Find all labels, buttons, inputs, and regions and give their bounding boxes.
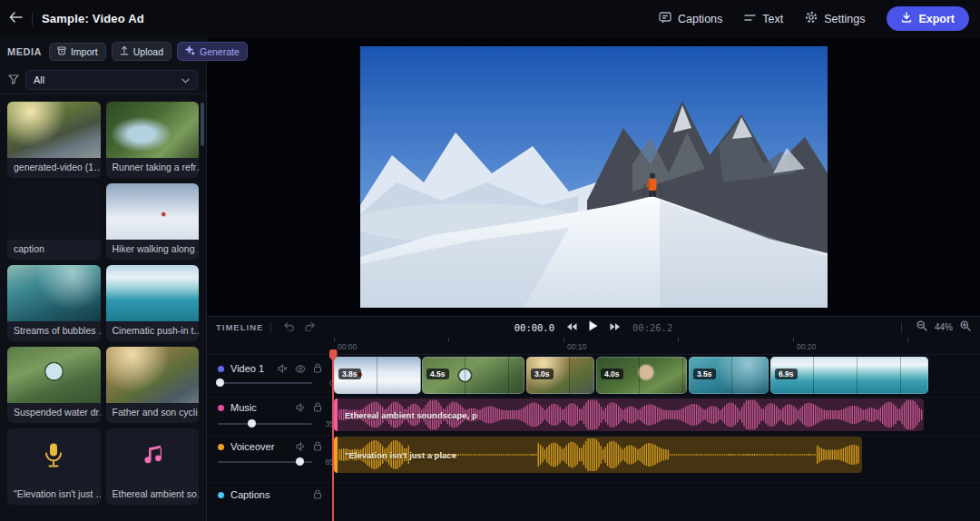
redo-button[interactable] [299,320,320,334]
slider-track[interactable] [218,461,312,463]
playhead[interactable] [332,350,334,521]
settings-button[interactable]: Settings [805,11,865,26]
transport-controls: 00:00.0 [207,317,980,338]
divider [270,322,271,333]
media-thumbnail [7,428,101,485]
media-label: Hiker walking along … [106,240,200,260]
clip-duration: 6.9s [775,369,798,379]
media-label: generated-video (1… [7,158,101,178]
lock-icon[interactable] [313,487,322,503]
timeline-title: TIMELINE [216,322,263,332]
mute-icon[interactable] [278,360,288,377]
media-label: Cinematic push-in t… [106,321,200,341]
media-card[interactable]: generated-video (1… [7,102,101,178]
video-clip[interactable]: 6.9s [770,357,928,394]
clip-duration: 4.5s [426,369,449,379]
music-clip[interactable]: Ethereal ambient soundscape, p [334,398,924,431]
track-color-dot [218,405,224,411]
microphone-icon [44,442,64,471]
current-time: 00:00.0 [514,322,554,333]
ruler-tick [793,338,794,341]
zoom-out-button[interactable] [916,320,927,334]
lock-icon[interactable] [313,438,322,455]
media-thumbnail [7,183,101,240]
export-button[interactable]: Export [887,6,969,31]
volume-slider-music[interactable]: 35 [207,418,334,429]
back-button[interactable] [9,12,23,25]
project-title: Sample: Video Ad [42,12,144,25]
media-label: caption [7,240,101,260]
video-clip[interactable]: 3.8s [334,357,421,394]
timeline-panel: TIMELINE 00:00.0 [207,316,980,521]
redo-icon [304,320,316,334]
media-card[interactable]: Father and son cycli… [106,347,200,423]
track-header-captions: Captions [207,488,334,501]
media-card[interactable]: Cinematic push-in t… [106,265,200,341]
divider [32,12,33,26]
volume-slider-video[interactable]: 0 [207,378,334,388]
media-filter-select[interactable]: All [25,70,198,90]
captions-button[interactable]: Captions [659,12,722,26]
media-card[interactable]: Runner taking a refr… [106,102,200,178]
volume-icon[interactable] [296,399,306,416]
slider-handle[interactable] [248,419,256,428]
filter-funnel-icon [8,72,19,88]
topbar: Sample: Video Ad Captions Text Settings [0,0,980,37]
media-thumbnail [106,428,200,485]
voiceover-clip[interactable]: "Elevation isn't just a place [334,437,862,473]
chevron-down-icon [181,74,190,85]
video-clip[interactable]: 4.0s [596,357,687,394]
ruler-label: 00:00 [338,342,357,351]
timeline-tracks: Video 1 0 [207,355,980,521]
clips-lane: 3.8s 4.5s 3.0s 4.0s 3.5s 6.9s Ethereal a… [334,355,980,521]
media-thumbnail [106,102,200,158]
undo-icon [283,320,295,334]
lock-icon[interactable] [313,360,322,377]
media-card[interactable]: Ethereal ambient so… [106,428,200,505]
track-header-music: Music [207,401,334,414]
media-card[interactable]: "Elevation isn't just … [7,428,101,505]
media-card[interactable]: Hiker walking along … [106,183,200,260]
fast-forward-icon [610,320,621,334]
divider [901,322,902,333]
skip-forward-button[interactable] [610,320,621,334]
skip-back-button[interactable] [566,320,577,334]
video-preview [207,37,980,316]
upload-button[interactable]: Upload [112,42,172,61]
lock-icon[interactable] [313,399,322,416]
slider-track[interactable] [218,382,312,384]
slider-track[interactable] [218,423,312,425]
media-thumbnail [7,265,101,321]
track-color-dot [218,444,224,450]
video-clip[interactable]: 4.5s [422,357,524,394]
generate-button[interactable]: Generate [177,42,248,61]
ruler-tick [678,338,679,341]
eye-icon[interactable] [295,360,306,377]
clip-duration: 3.5s [693,369,716,379]
import-button[interactable]: Import [49,43,106,61]
media-panel-title: MEDIA [7,46,42,57]
media-scrollbar[interactable] [201,103,204,146]
media-card[interactable]: Suspended water dr… [7,347,101,423]
play-button[interactable] [589,320,598,334]
sparkle-icon [185,45,195,57]
media-label: Suspended water dr… [7,403,101,423]
text-button[interactable]: Text [744,13,783,25]
media-thumbnail [7,347,101,403]
undo-button[interactable] [279,320,299,334]
zoom-in-icon [960,320,971,334]
preview-frame-mountain-scene[interactable] [360,46,828,308]
slider-handle[interactable] [296,457,304,466]
media-card[interactable]: caption [7,183,101,260]
volume-icon[interactable] [296,438,306,455]
timeline-ruler[interactable]: 00:00 00:10 00:20 [207,338,980,355]
video-clip[interactable]: 3.0s [526,357,594,394]
settings-gear-icon [805,11,818,26]
media-card[interactable]: Streams of bubbles … [7,265,101,341]
slider-handle[interactable] [216,378,224,387]
text-lines-icon [744,13,756,25]
zoom-in-button[interactable] [960,320,971,334]
captions-icon [659,12,671,26]
video-clip[interactable]: 3.5s [689,357,769,394]
volume-slider-voiceover[interactable]: 85 [207,457,334,467]
